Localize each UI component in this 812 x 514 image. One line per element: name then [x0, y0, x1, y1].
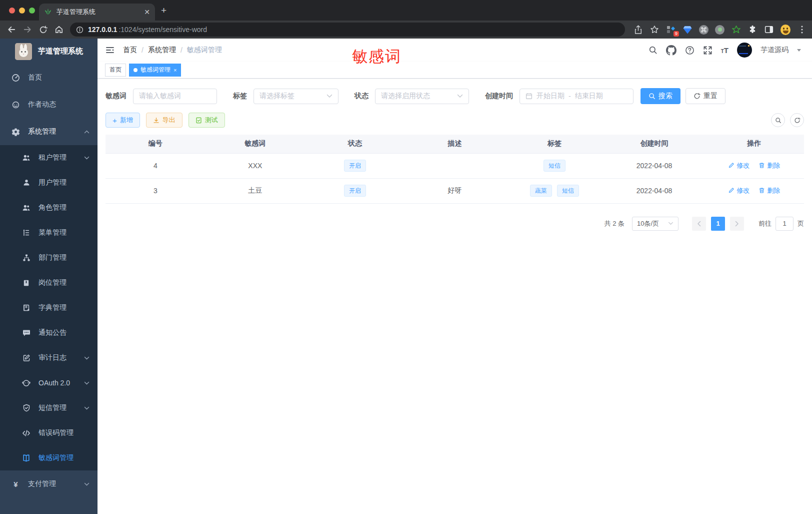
breadcrumb-separator: /	[180, 46, 182, 54]
user-icon	[22, 179, 30, 187]
next-page-button[interactable]	[730, 217, 744, 231]
pencil-icon	[728, 162, 734, 169]
help-icon[interactable]	[685, 46, 694, 55]
bookmark-star-icon[interactable]	[650, 25, 660, 35]
sidebar-item-payment[interactable]: ¥ 支付管理	[0, 470, 98, 497]
sidebar-item-label: 错误码管理	[38, 428, 74, 437]
show-search-button[interactable]	[771, 113, 785, 127]
sidebar-item-menu[interactable]: 菜单管理	[0, 220, 98, 245]
edit-link[interactable]: 修改	[728, 186, 750, 195]
browser-menu-icon[interactable]	[797, 25, 807, 35]
sidebar-item-sensitive-word[interactable]: 敏感词管理	[0, 445, 98, 470]
sidebar-item-notice[interactable]: 通知公告	[0, 320, 98, 345]
reload-icon[interactable]	[39, 26, 48, 34]
screen: 芋道管理系统 ✕ + 127.0.0.1:1024/system/sensiti…	[0, 0, 812, 514]
sidebar-item-sms[interactable]: 短信管理	[0, 395, 98, 420]
sidebar-item-oauth[interactable]: OAuth 2.0	[0, 370, 98, 395]
open-book-icon	[22, 454, 30, 462]
sidebar-item-audit-log[interactable]: 审计日志	[0, 345, 98, 370]
refresh-table-button[interactable]	[790, 113, 804, 127]
tag-placeholder: 请选择标签	[260, 92, 294, 101]
edit-link[interactable]: 修改	[728, 161, 750, 170]
sidebar-item-role[interactable]: 角色管理	[0, 195, 98, 220]
goto-label: 前往	[758, 219, 772, 228]
url-path: :1024/system/sensitive-word	[118, 26, 207, 34]
sidebar-item-post[interactable]: 岗位管理	[0, 270, 98, 295]
tag-close-icon[interactable]: ×	[174, 67, 176, 73]
date-range-picker[interactable]: 开始日期 - 结束日期	[520, 89, 634, 104]
zoom-window-button[interactable]	[29, 8, 35, 14]
main-content: 敏感词 请输入敏感词 标签 请选择标签 状态 请选择启用状态 创建时间 开始日期…	[98, 79, 812, 514]
command-extension-icon[interactable]	[699, 25, 708, 35]
sidebar-item-department[interactable]: 部门管理	[0, 245, 98, 270]
col-id: 编号	[106, 135, 206, 153]
browser-tab-title: 芋道管理系统	[56, 8, 140, 17]
delete-link[interactable]: 删除	[758, 161, 780, 170]
test-button[interactable]: 测试	[188, 113, 225, 128]
minimize-window-button[interactable]	[19, 8, 25, 14]
forward-icon[interactable]	[23, 25, 32, 34]
green-star-extension-icon[interactable]	[731, 25, 741, 35]
tag-home[interactable]: 首页	[105, 64, 126, 77]
share-icon[interactable]	[633, 25, 643, 35]
sidebar-item-error-code[interactable]: 错误码管理	[0, 420, 98, 445]
sidebar-item-home[interactable]: 首页	[0, 64, 98, 91]
trash-icon	[758, 162, 765, 169]
goto-page-input[interactable]	[776, 217, 794, 231]
robot-face-icon	[22, 379, 30, 387]
site-info-icon[interactable]	[76, 26, 84, 34]
shield-check-icon	[22, 404, 30, 412]
profile-avatar-icon[interactable]	[780, 25, 790, 35]
sidebar-item-label: 岗位管理	[38, 278, 66, 287]
gem-extension-icon[interactable]	[682, 25, 692, 35]
export-button[interactable]: 导出	[146, 113, 182, 128]
delete-link[interactable]: 删除	[758, 186, 780, 195]
tag-select[interactable]: 请选择标签	[254, 89, 338, 104]
new-tab-button[interactable]: +	[161, 7, 166, 15]
app-logo[interactable]: 芋道管理系统	[0, 39, 98, 64]
extension-grid-icon[interactable]: 9	[666, 25, 676, 35]
chat-robot-icon	[12, 101, 20, 109]
browser-tab[interactable]: 芋道管理系统 ✕	[39, 4, 155, 21]
reset-button[interactable]: 重置	[686, 88, 726, 104]
close-window-button[interactable]	[9, 8, 15, 14]
user-avatar[interactable]	[737, 43, 752, 58]
font-size-icon[interactable]: TT	[721, 46, 728, 55]
system-submenu: 租户管理 用户管理 角色管理 菜单管理	[0, 145, 98, 470]
prev-page-button[interactable]	[692, 217, 706, 231]
sidebar-item-user[interactable]: 用户管理	[0, 170, 98, 195]
sidebar-item-tenant[interactable]: 租户管理	[0, 145, 98, 170]
search-button[interactable]: 搜索	[640, 88, 680, 104]
tab-close-icon[interactable]: ✕	[144, 9, 150, 16]
collapse-sidebar-icon[interactable]	[105, 45, 115, 55]
page-size-select[interactable]: 10条/页	[632, 217, 678, 231]
side-panel-icon[interactable]	[764, 25, 774, 35]
trash-icon	[758, 187, 765, 194]
sidebar-item-system[interactable]: 系统管理	[0, 118, 98, 145]
breadcrumb-section[interactable]: 系统管理	[148, 46, 176, 55]
breadcrumb-home[interactable]: 首页	[123, 46, 137, 55]
status-label: 状态	[354, 92, 368, 101]
fullscreen-icon[interactable]	[703, 46, 712, 55]
cell-word: 土豆	[206, 178, 306, 203]
sidebar-item-author-news[interactable]: 作者动态	[0, 91, 98, 118]
github-icon[interactable]	[666, 45, 676, 56]
page-number-current[interactable]: 1	[711, 217, 725, 231]
puzzle-extension-icon[interactable]	[748, 25, 758, 35]
back-icon[interactable]	[7, 25, 16, 34]
record-extension-icon[interactable]	[715, 25, 724, 35]
sidebar-item-dict[interactable]: 字典管理	[0, 295, 98, 320]
browser-tabstrip: 芋道管理系统 ✕ +	[0, 0, 812, 21]
search-icon[interactable]	[648, 46, 658, 55]
tag-sensitive-word[interactable]: 敏感词管理 ×	[129, 64, 181, 77]
page-unit-label: 页	[798, 219, 804, 228]
address-bar[interactable]: 127.0.0.1:1024/system/sensitive-word	[70, 23, 625, 37]
username[interactable]: 芋道源码	[760, 46, 788, 55]
user-menu-caret-icon[interactable]	[797, 49, 801, 54]
home-icon[interactable]	[54, 25, 64, 34]
add-button[interactable]: + 新增	[106, 113, 140, 128]
col-created: 创建时间	[604, 135, 704, 153]
status-select[interactable]: 请选择启用状态	[375, 89, 469, 104]
keyword-input[interactable]: 请输入敏感词	[133, 89, 217, 104]
sensitive-word-table: 编号 敏感词 状态 描述 标签 创建时间 操作 4 XXX 开启 短信 2022…	[106, 135, 804, 204]
